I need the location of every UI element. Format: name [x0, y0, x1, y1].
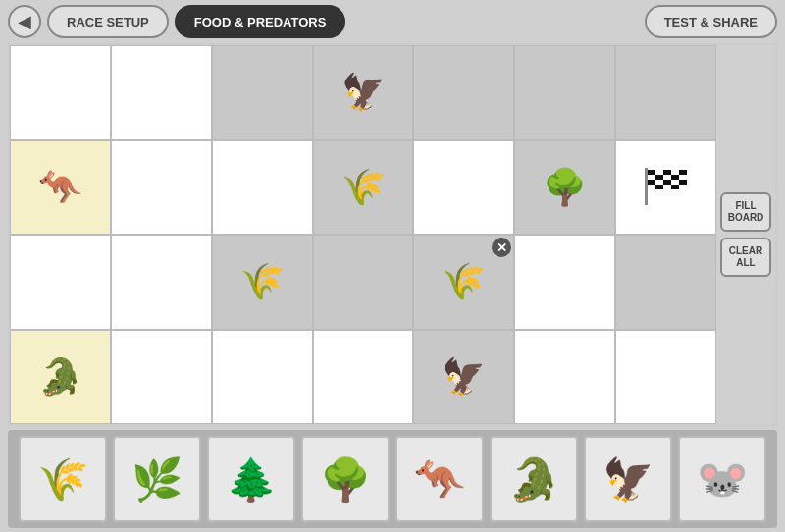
game-grid: 🦅🦘🌾🌳🌾🌾✕🐊🦅 — [10, 45, 716, 424]
side-buttons: FILL BOARD CLEAR ALL — [716, 45, 775, 424]
grid-cell[interactable] — [615, 140, 716, 236]
svg-rect-11 — [648, 180, 655, 185]
eagle-palette[interactable]: 🦅 — [584, 436, 672, 522]
grid-cell[interactable] — [212, 45, 313, 140]
green-bush-palette[interactable]: 🌳 — [301, 436, 390, 522]
svg-rect-6 — [648, 175, 655, 180]
grid-cell[interactable]: 🐊 — [10, 330, 111, 425]
fill-board-button[interactable]: FILL BOARD — [720, 192, 771, 232]
svg-rect-2 — [655, 170, 663, 175]
grid-row: 🌾🌾✕ — [10, 235, 716, 330]
test-share-button[interactable]: TEST & SHARE — [645, 5, 777, 38]
svg-rect-19 — [671, 185, 679, 189]
grid-cell[interactable]: 🌾 — [212, 235, 313, 330]
grid-cell[interactable] — [615, 235, 716, 330]
bush-lg-icon: 🌳 — [543, 170, 587, 205]
svg-rect-14 — [671, 180, 679, 185]
grid-cell[interactable] — [514, 235, 615, 330]
grid-cell[interactable] — [413, 140, 514, 236]
eagle-icon: 🦅 — [442, 359, 486, 395]
svg-rect-7 — [655, 175, 663, 180]
grid-cell[interactable]: 🌾 — [313, 140, 414, 236]
grid-cell[interactable] — [212, 330, 313, 425]
svg-rect-16 — [648, 185, 655, 189]
grid-cell[interactable] — [313, 235, 414, 330]
grid-cell[interactable] — [413, 45, 514, 140]
svg-rect-13 — [663, 180, 671, 185]
grid-cell[interactable] — [615, 45, 716, 140]
svg-rect-4 — [671, 170, 679, 175]
grid-cell[interactable]: 🌳 — [514, 140, 615, 236]
grid-cell[interactable] — [111, 330, 212, 425]
grid-cell[interactable] — [615, 330, 716, 425]
croc-icon: 🐊 — [38, 359, 82, 395]
grid-cell[interactable] — [514, 330, 615, 425]
svg-rect-15 — [679, 180, 687, 185]
grid-cell[interactable] — [10, 235, 111, 330]
svg-rect-0 — [645, 168, 648, 205]
food-predators-tab[interactable]: FOOD & PREDATORS — [175, 5, 346, 38]
grid-cell[interactable]: 🦅 — [413, 330, 514, 425]
grass-icon: 🌾 — [341, 170, 386, 205]
svg-rect-5 — [679, 170, 687, 175]
svg-rect-1 — [648, 170, 655, 175]
back-button[interactable]: ◀ — [8, 5, 41, 38]
grid-cell[interactable]: 🦅 — [313, 45, 414, 140]
grid-cell[interactable] — [111, 140, 212, 236]
croc-palette[interactable]: 🐊 — [490, 436, 578, 522]
grid-cell[interactable] — [514, 45, 615, 140]
main-game-area: 🦅🦘🌾🌳🌾🌾✕🐊🦅 FILL BOARD CLEAR ALL — [8, 43, 777, 426]
grass-palette[interactable]: 🌾 — [19, 436, 107, 522]
svg-rect-12 — [655, 180, 663, 185]
grid-row: 🦘🌾🌳 — [10, 140, 716, 236]
kangaroo-icon: 🦘 — [38, 170, 82, 205]
svg-rect-3 — [663, 170, 671, 175]
race-setup-tab[interactable]: RACE SETUP — [47, 5, 169, 38]
svg-rect-18 — [663, 185, 671, 189]
grid-row: 🦅 — [10, 45, 716, 140]
grid-cell[interactable] — [111, 45, 212, 140]
svg-rect-10 — [679, 175, 687, 180]
grass-icon: 🌾 — [240, 264, 285, 299]
eagle-icon: 🦅 — [341, 75, 386, 110]
grid-cell[interactable] — [111, 235, 212, 330]
dry-bush-palette[interactable]: 🌿 — [113, 436, 201, 522]
grid-cell[interactable]: 🌾✕ — [413, 235, 514, 330]
svg-rect-9 — [671, 175, 679, 180]
svg-rect-20 — [679, 185, 687, 189]
grid-cell[interactable] — [212, 140, 313, 236]
svg-rect-17 — [655, 185, 663, 189]
grid-cell[interactable]: 🦘 — [10, 140, 111, 236]
grid-cell[interactable] — [10, 45, 111, 140]
header: ◀ RACE SETUP FOOD & PREDATORS TEST & SHA… — [0, 0, 785, 43]
remove-item-button[interactable]: ✕ — [492, 238, 511, 257]
grass-icon: 🌾 — [442, 264, 486, 299]
svg-rect-8 — [663, 175, 671, 180]
clear-all-button[interactable]: CLEAR ALL — [720, 238, 771, 277]
tall-tree-palette[interactable]: 🌲 — [207, 436, 295, 522]
grid-cell[interactable] — [313, 330, 414, 425]
grid-row: 🐊🦅 — [10, 330, 716, 425]
bilby-palette[interactable]: 🐭 — [678, 436, 766, 522]
kangaroo-palette[interactable]: 🦘 — [395, 436, 484, 522]
item-palette: 🌾🌿🌲🌳🦘🐊🦅🐭 — [8, 430, 777, 528]
